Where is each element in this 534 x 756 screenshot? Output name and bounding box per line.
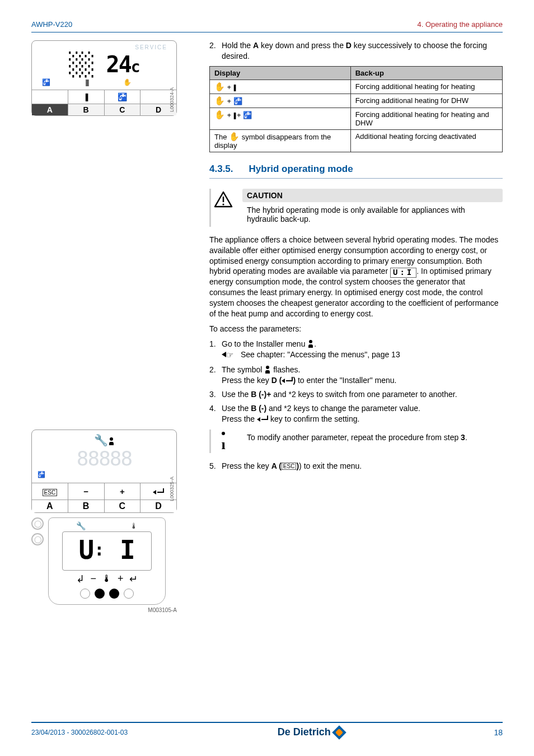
step-4: 4. Use the B (-) and *2 keys to change t… — [209, 403, 503, 424]
info-icon: ı — [214, 432, 233, 453]
col-display: Display — [210, 66, 351, 80]
backup-text: Forcing additional heating for heating a… — [350, 108, 502, 129]
access-intro: To access the parameters: — [209, 324, 503, 334]
heater-icon: |||| — [85, 78, 88, 86]
key-label-b: B — [68, 500, 105, 512]
hand-icon: ✋ — [214, 110, 225, 119]
installer-icon — [307, 340, 314, 348]
key-label-c: C — [105, 500, 141, 512]
key-back-icon: ↵ — [129, 573, 138, 585]
btn-minus: − — [68, 483, 105, 500]
tap-icon: 🚰 — [42, 78, 50, 86]
header-divider — [31, 32, 503, 32]
brand-logo: De Dietrich — [278, 726, 344, 738]
svg-point-2 — [222, 203, 224, 205]
figure-display-forcing: L000324-A SERVICE ░░ 24c 🚰 |||| ✋ |||| 🚰 — [31, 40, 177, 116]
btn-tap: 🚰 — [105, 90, 141, 104]
heater-icon: |||| — [233, 83, 235, 91]
enter-icon — [282, 377, 293, 384]
lcd-service-label: SERVICE — [38, 44, 171, 50]
caution-body: The hybrid operating mode is only availa… — [242, 202, 503, 227]
installer-icon — [264, 366, 271, 374]
crossref-link: See chapter: "Accessing the menus", page… — [241, 349, 400, 360]
btn-plus: + — [105, 483, 141, 500]
key-therm-icon: 🌡 — [102, 573, 112, 585]
figure-installer-menu: L000325-A 🔧 88888 🚰 ESC − + A B — [31, 430, 177, 513]
backup-text: Additional heating forcing deactivated — [350, 129, 502, 152]
dial-icon: ◯ — [31, 517, 44, 530]
key-label-c: C — [105, 104, 141, 115]
key-label-a: A — [32, 500, 68, 512]
figure1-ref: L000324-A — [169, 87, 175, 112]
section-number: 4.3.5. — [209, 164, 233, 175]
dial-icon-2: ◯ — [31, 533, 44, 545]
key-minus-icon: − — [90, 573, 96, 585]
hybrid-description: The appliance offers a choice between se… — [209, 235, 503, 319]
brand-diamond-icon — [332, 725, 346, 739]
header-model: AWHP-V220 — [31, 20, 72, 29]
lcd-main-readout: ░░ 24c — [38, 52, 171, 77]
backup-text: Forcing additional heating for DHW — [350, 94, 502, 108]
step-1: 1. Go to the Installer menu . See chapte… — [209, 339, 503, 361]
caution-callout: CAUTION The hybrid operating mode is onl… — [209, 189, 503, 227]
enter-icon — [257, 416, 268, 422]
section-underline — [209, 178, 503, 179]
forcing-table: Display Back-up ✋ + |||| Forcing additio… — [209, 66, 503, 152]
tap-icon: 🚰 — [243, 111, 252, 119]
dot-2 — [95, 589, 105, 599]
table-row: ✋ + 🚰 Forcing additional heating for DHW — [210, 94, 503, 108]
backup-text: Forcing additional heating for heating — [350, 80, 502, 94]
info-callout: ı To modify another parameter, repeat th… — [209, 430, 503, 453]
installer-icon: 🔧 — [38, 433, 171, 447]
lcd-placeholder: 88888 — [38, 447, 171, 470]
step-2-forcing: 2. Hold the A key down and press the D k… — [209, 40, 503, 62]
hand-icon: ✋ — [123, 78, 132, 86]
display-text: The ✋ symbol disappears from the display — [210, 129, 351, 152]
step-2: 2. The symbol flashes. Press the key D (… — [209, 365, 503, 386]
dot-4 — [124, 589, 134, 599]
dot-3 — [109, 589, 119, 599]
step-5: 5. Press the key A (ESC)) to exit the me… — [209, 461, 503, 472]
page-footer: 23/04/2013 - 300026802-001-03 De Dietric… — [31, 722, 503, 738]
key-enter-icon: ↲ — [76, 573, 85, 585]
section-title: Hybrid operating mode — [249, 164, 353, 175]
detail-ref: M003105-A — [31, 607, 177, 613]
table-row: ✋ + |||| + 🚰 Forcing additional heating … — [210, 108, 503, 129]
section-heading: 4.3.5. Hybrid operating mode — [209, 164, 503, 175]
hand-icon: ✋ — [229, 132, 240, 141]
key-label-d: D — [140, 500, 176, 512]
step-3: 3. Use the B (-)+ and *2 keys to switch … — [209, 389, 503, 400]
pointer-icon — [222, 351, 237, 358]
table-row: The ✋ symbol disappears from the display… — [210, 129, 503, 152]
hand-icon: ✋ — [214, 96, 225, 105]
page-header: AWHP-V220 4. Operating the appliance — [31, 20, 503, 29]
key-label-a: A — [32, 104, 68, 115]
btn-blank-1 — [32, 90, 68, 104]
warning-icon — [214, 191, 233, 208]
figure-param-detail: ◯ ◯ 🔧 🌡 U: I ↲ − 🌡 — [31, 517, 177, 613]
caution-title: CAUTION — [242, 189, 503, 202]
figure2-ref: L000325-A — [169, 477, 175, 501]
param-display: U: I — [62, 531, 152, 571]
key-label-b: B — [68, 104, 105, 115]
hand-icon: ✋ — [214, 82, 225, 91]
key-plus-icon: + — [118, 573, 124, 585]
tap-icon: 🚰 — [233, 97, 242, 105]
heater-icon: |||| — [233, 111, 235, 119]
info-body: To modify another parameter, repeat the … — [242, 430, 503, 445]
col-backup: Back-up — [350, 66, 502, 80]
dot-1 — [80, 589, 90, 599]
page-number: 18 — [494, 728, 503, 737]
footer-date-ref: 23/04/2013 - 300026802-001-03 — [31, 729, 128, 736]
thermometer-icon: 🌡 — [130, 521, 138, 530]
table-row: ✋ + |||| Forcing additional heating for … — [210, 80, 503, 94]
header-section: 4. Operating the appliance — [418, 20, 503, 29]
btn-esc: ESC — [32, 483, 68, 500]
btn-heater: |||| — [68, 90, 105, 104]
esc-icon: ESC — [282, 463, 297, 470]
param-box: U:I — [390, 268, 416, 277]
wrench-icon: 🔧 — [76, 521, 86, 530]
